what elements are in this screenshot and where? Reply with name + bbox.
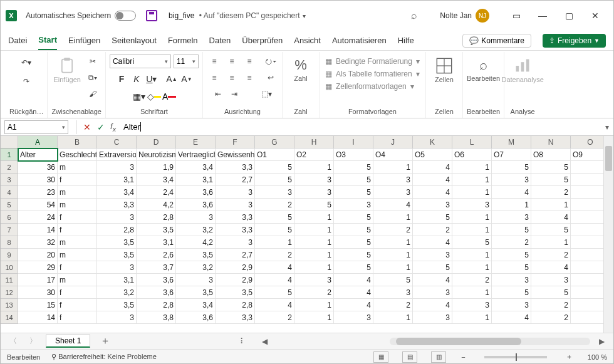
horizontal-scrollbar[interactable] (390, 338, 590, 345)
cell[interactable]: 5 (255, 286, 294, 299)
cell[interactable]: 3,4 (137, 174, 176, 186)
name-box[interactable]: A1▾ (4, 120, 68, 134)
cell[interactable]: 3,4 (176, 299, 216, 311)
formula-expand-icon[interactable]: ▾ (601, 123, 613, 132)
cell[interactable]: 5 (334, 211, 373, 224)
cell[interactable]: 1,9 (137, 161, 176, 174)
cell[interactable]: 5 (255, 161, 294, 174)
cell[interactable]: 5 (334, 261, 373, 274)
cell[interactable]: 5 (531, 224, 571, 236)
tab-ansicht[interactable]: Ansicht (294, 31, 321, 50)
cell[interactable]: 3 (176, 211, 216, 224)
cell[interactable]: 1 (452, 261, 492, 274)
cell[interactable]: 3 (413, 199, 452, 211)
cell[interactable]: 3,5 (176, 249, 216, 261)
cell[interactable]: 2 (255, 311, 294, 324)
format-painter-icon[interactable]: 🖌 (85, 87, 100, 101)
cell[interactable]: 2 (531, 311, 571, 324)
cell[interactable]: 4 (413, 161, 452, 174)
cell[interactable]: m (58, 249, 97, 261)
cell[interactable]: 3,5 (97, 249, 137, 261)
cell[interactable]: O2 (294, 148, 334, 161)
cell[interactable]: 3 (452, 199, 492, 211)
underline-button[interactable]: U▾ (145, 72, 159, 86)
tab-hilfe[interactable]: Hilfe (398, 31, 414, 50)
cell[interactable]: 3,3 (216, 224, 255, 236)
search-icon[interactable]: ⌕ (411, 10, 417, 21)
cell[interactable]: 5 (255, 224, 294, 236)
column-header[interactable]: D (137, 136, 176, 148)
cell[interactable]: m (58, 199, 97, 211)
align-middle-icon[interactable]: ≡ (224, 55, 239, 68)
cell[interactable]: 1 (294, 236, 334, 249)
cell[interactable]: 3,4 (176, 161, 216, 174)
cell[interactable]: 1 (373, 161, 413, 174)
cell[interactable]: 1 (294, 249, 334, 261)
cell[interactable]: 5 (492, 224, 531, 236)
cell[interactable]: O8 (531, 148, 571, 161)
cell[interactable]: 54 (18, 199, 58, 211)
cell[interactable]: 14 (18, 311, 58, 324)
cell[interactable]: 3,5 (97, 299, 137, 311)
view-pagebreak-icon[interactable]: ▥ (431, 351, 446, 363)
wrap-text-icon[interactable]: ↩ (263, 71, 278, 85)
cell[interactable]: 3,6 (176, 199, 216, 211)
row-header[interactable]: 14 (1, 311, 18, 324)
cell[interactable]: 3,3 (216, 211, 255, 224)
cell[interactable]: 2 (413, 224, 452, 236)
cell[interactable]: f (58, 224, 97, 236)
cell[interactable]: 2 (255, 199, 294, 211)
cell[interactable]: 2,6 (137, 249, 176, 261)
row-header[interactable]: 1 (1, 148, 18, 161)
cell[interactable]: 3,6 (176, 186, 216, 199)
accessibility-status[interactable]: ⚲ Barrierefreiheit: Keine Probleme (51, 353, 157, 361)
cell[interactable]: 3,5 (97, 236, 137, 249)
minimize-button[interactable]: — (529, 1, 556, 31)
cell[interactable]: 3 (176, 274, 216, 286)
column-header[interactable]: J (373, 136, 413, 148)
paste-button[interactable]: Einfügen (53, 55, 81, 83)
cell[interactable]: 2 (492, 236, 531, 249)
cell[interactable]: 3 (294, 186, 334, 199)
cell[interactable]: 1 (294, 161, 334, 174)
cells-button[interactable]: Zellen (430, 55, 459, 83)
row-header[interactable]: 2 (1, 161, 18, 174)
cell[interactable]: f (58, 311, 97, 324)
cell[interactable]: 2,8 (216, 299, 255, 311)
cell[interactable]: 2,4 (137, 186, 176, 199)
align-left-icon[interactable]: ≡ (207, 71, 222, 85)
cell[interactable]: f (58, 261, 97, 274)
cell[interactable]: 4 (255, 261, 294, 274)
undo-button[interactable]: ↶▾ (17, 56, 36, 70)
cell[interactable]: 2,7 (216, 174, 255, 186)
cell[interactable]: 17 (18, 274, 58, 286)
cell[interactable]: 3,5 (216, 286, 255, 299)
chevron-down-icon[interactable]: ▾ (303, 13, 306, 19)
row-header[interactable]: 4 (1, 186, 18, 199)
cell[interactable]: 4 (334, 286, 373, 299)
column-header[interactable]: G (255, 136, 294, 148)
cell[interactable]: 5 (531, 286, 571, 299)
cell[interactable]: Alter (18, 148, 58, 161)
cell[interactable]: 3 (97, 311, 137, 324)
cell[interactable]: 3,3 (97, 199, 137, 211)
add-sheet-icon[interactable]: ＋ (95, 335, 115, 348)
cell[interactable]: 2 (373, 224, 413, 236)
tab-daten[interactable]: Daten (209, 31, 231, 50)
formula-cancel-icon[interactable]: ✕ (80, 120, 94, 134)
font-color-button[interactable]: A (162, 90, 176, 103)
cell[interactable]: 5 (255, 174, 294, 186)
cell[interactable]: 3 (294, 174, 334, 186)
decrease-font-icon[interactable]: A▼ (180, 72, 194, 86)
cell[interactable]: 4 (255, 299, 294, 311)
cell[interactable]: 1 (452, 311, 492, 324)
copy-icon[interactable]: ⧉▾ (85, 71, 100, 85)
column-header[interactable]: I (334, 136, 373, 148)
autosave-toggle[interactable] (115, 11, 136, 21)
cell[interactable]: Geschlecht (58, 148, 97, 161)
spreadsheet-grid[interactable]: ABCDEFGHIJKLMNO1AlterGeschlechtExtravers… (1, 136, 610, 333)
row-header[interactable]: 9 (1, 249, 18, 261)
tab-datei[interactable]: Datei (8, 31, 27, 50)
cell[interactable]: f (58, 174, 97, 186)
hscroll-right-icon[interactable]: ▶ (595, 337, 608, 346)
